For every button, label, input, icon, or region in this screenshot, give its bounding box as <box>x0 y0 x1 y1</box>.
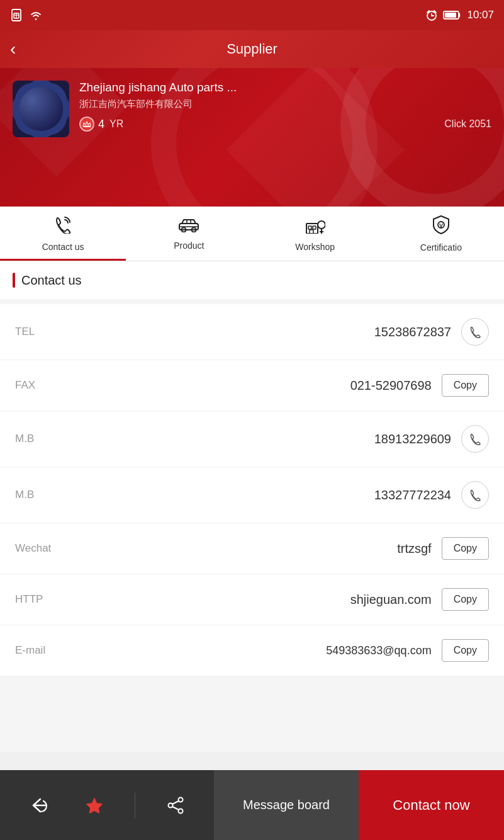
mb1-call-button[interactable] <box>461 425 489 453</box>
supplier-info: Zhejiang jishang Auto parts ... 浙江吉尚汽车部件… <box>13 81 491 137</box>
svg-point-24 <box>318 221 325 229</box>
status-left-icons <box>10 9 43 21</box>
wechat-copy-button[interactable]: Copy <box>442 537 489 560</box>
bottom-message-board-button[interactable]: Message board <box>214 770 359 840</box>
svg-rect-12 <box>83 126 91 127</box>
main-content: Contact us TEL 15238672837 FAX 021-52907… <box>0 261 504 752</box>
svg-rect-20 <box>308 226 311 229</box>
mb2-call-button[interactable] <box>461 481 489 509</box>
bottom-bar: Message board Contact now <box>0 770 504 840</box>
page-title: Supplier <box>227 41 277 57</box>
fax-action[interactable]: Copy <box>442 374 489 397</box>
svg-rect-10 <box>445 13 456 18</box>
mb2-value: 13327772234 <box>78 488 451 502</box>
contact-now-label: Contact now <box>393 797 469 814</box>
fax-label: FAX <box>15 379 78 392</box>
section-header: Contact us <box>0 261 504 299</box>
wechat-value: trtzsgf <box>78 542 432 556</box>
contact-list: TEL 15238672837 FAX 021-52907698 Copy M.… <box>0 304 504 676</box>
section-title: Contact us <box>21 273 82 288</box>
svg-line-33 <box>172 807 179 810</box>
back-button[interactable]: ‹ <box>10 39 35 59</box>
email-label: E-mail <box>15 644 78 657</box>
page-header: ‹ Supplier <box>0 30 504 68</box>
http-label: HTTP <box>15 593 78 606</box>
wechat-label: Wechat <box>15 542 78 555</box>
yr-badge: 4 YR <box>79 116 123 132</box>
battery-icon <box>443 10 462 20</box>
email-value: 549383633@qq.com <box>78 644 432 657</box>
mb2-label: M.B <box>15 489 78 501</box>
tab-contact-us-label: Contact us <box>42 242 84 252</box>
years-value: 4 <box>98 118 104 131</box>
contact-row-mb1: M.B 18913229609 <box>0 411 504 467</box>
supplier-meta: 4 YR Click 2051 <box>79 116 491 132</box>
contact-row-http: HTTP shjieguan.com Copy <box>0 574 504 625</box>
contact-row-mb2: M.B 13327772234 <box>0 467 504 523</box>
contact-row-tel: TEL 15238672837 <box>0 304 504 360</box>
mb1-label: M.B <box>15 433 78 445</box>
yr-label: YR <box>109 118 123 130</box>
svg-text:V: V <box>439 222 443 229</box>
fax-value: 021-52907698 <box>78 378 432 393</box>
message-board-label: Message board <box>243 798 330 812</box>
call-icon-3 <box>469 489 481 501</box>
time-display: 10:07 <box>467 9 494 21</box>
mb1-action[interactable] <box>461 425 489 453</box>
tab-contact-us[interactable]: Contact us <box>0 207 126 261</box>
status-bar: 10:07 <box>0 0 504 30</box>
email-copy-button[interactable]: Copy <box>442 639 489 662</box>
alarm-icon <box>425 9 438 21</box>
bottom-share-button[interactable] <box>160 790 191 821</box>
bottom-contact-now-button[interactable]: Contact now <box>359 770 504 840</box>
supplier-avatar <box>13 81 69 137</box>
back-arrow-icon <box>29 797 48 814</box>
mb1-value: 18913229609 <box>78 432 451 446</box>
status-right-icons: 10:07 <box>425 9 494 21</box>
car-tab-icon <box>178 217 199 237</box>
fax-copy-button[interactable]: Copy <box>442 374 489 397</box>
section-bar-decoration <box>13 273 15 288</box>
call-icon <box>469 326 481 338</box>
bottom-divider <box>135 793 135 818</box>
tab-workshop[interactable]: Workshop <box>252 207 378 261</box>
wechat-action[interactable]: Copy <box>442 537 489 560</box>
supplier-chinese-name: 浙江吉尚汽车部件有限公司 <box>79 98 491 110</box>
tab-certification[interactable]: V Certificatio <box>378 207 504 261</box>
supplier-hero: Zhejiang jishang Auto parts ... 浙江吉尚汽车部件… <box>0 68 504 207</box>
http-copy-button[interactable]: Copy <box>442 588 489 611</box>
click-count: Click 2051 <box>444 118 491 130</box>
phone-tab-icon <box>53 216 72 238</box>
mb2-action[interactable] <box>461 481 489 509</box>
tel-value: 15238672837 <box>78 325 451 339</box>
sim-icon <box>10 9 23 21</box>
supplier-details: Zhejiang jishang Auto parts ... 浙江吉尚汽车部件… <box>79 81 491 132</box>
crown-icon <box>79 116 94 132</box>
call-icon-2 <box>469 433 481 445</box>
nav-tabs: Contact us Product <box>0 207 504 261</box>
http-action[interactable]: Copy <box>442 588 489 611</box>
tab-workshop-label: Workshop <box>295 242 335 252</box>
tel-action[interactable] <box>461 318 489 346</box>
contact-row-email: E-mail 549383633@qq.com Copy <box>0 625 504 676</box>
shield-tab-icon: V <box>432 215 450 239</box>
bottom-favorite-button[interactable] <box>79 790 110 821</box>
building-tab-icon <box>305 216 325 238</box>
bottom-left-actions <box>0 770 214 840</box>
contact-row-wechat: Wechat trtzsgf Copy <box>0 523 504 574</box>
tab-product-label: Product <box>174 241 204 251</box>
bottom-back-button[interactable] <box>23 790 54 821</box>
star-icon <box>85 797 104 814</box>
http-value: shjieguan.com <box>78 593 432 607</box>
contact-row-fax: FAX 021-52907698 Copy <box>0 360 504 411</box>
share-icon <box>167 797 184 814</box>
wifi-icon <box>29 9 43 21</box>
tel-call-button[interactable] <box>461 318 489 346</box>
email-action[interactable]: Copy <box>442 639 489 662</box>
tab-product[interactable]: Product <box>126 207 252 261</box>
svg-rect-21 <box>313 226 316 229</box>
tab-certification-label: Certificatio <box>420 242 462 253</box>
tel-label: TEL <box>15 326 78 338</box>
svg-line-32 <box>172 801 179 804</box>
supplier-name: Zhejiang jishang Auto parts ... <box>79 81 491 94</box>
